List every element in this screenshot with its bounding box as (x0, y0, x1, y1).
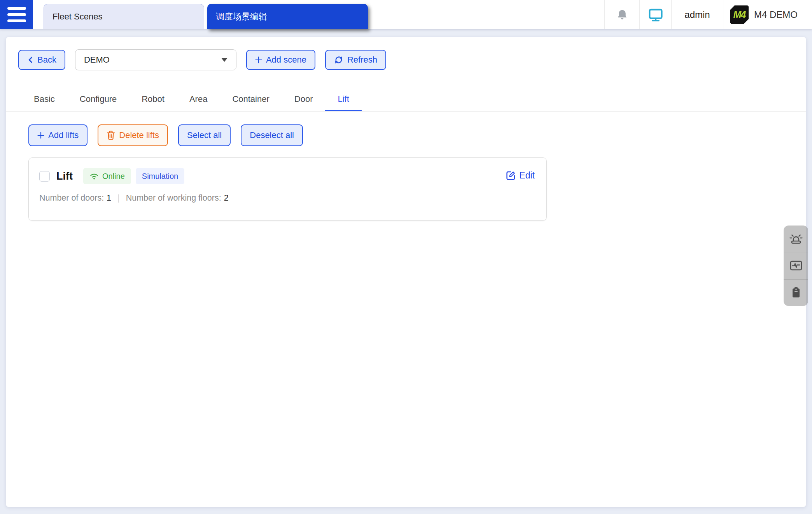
side-floating-toolbar (784, 226, 808, 306)
edit-label: Edit (519, 170, 535, 181)
edit-lift-button[interactable]: Edit (506, 170, 535, 181)
monitor-icon (648, 7, 663, 22)
chevron-left-icon (27, 56, 33, 63)
floors-value: 2 (224, 193, 229, 203)
tab-area[interactable]: Area (177, 88, 220, 111)
scene-nav-tabs: Basic Configure Robot Area Container Doo… (6, 88, 806, 112)
tab-door[interactable]: Door (282, 88, 326, 111)
edit-icon (506, 171, 516, 180)
select-all-button[interactable]: Select all (178, 124, 231, 146)
scene-select-value: DEMO (84, 55, 110, 65)
scene-select-dropdown[interactable]: DEMO (75, 49, 236, 70)
task-list-button[interactable] (784, 279, 808, 306)
tab-lift[interactable]: Lift (325, 88, 361, 111)
refresh-icon (334, 55, 343, 65)
caret-down-icon (221, 58, 228, 62)
add-scene-label: Add scene (266, 55, 306, 65)
lift-item-card: Lift Online Simulation Edit (28, 157, 547, 221)
username: admin (684, 9, 710, 20)
top-bar: Fleet Scenes 调度场景编辑 admin M4 M4 DEMO (0, 0, 812, 29)
lift-info-row: Number of doors: 1 | Number of working f… (39, 193, 535, 203)
refresh-button[interactable]: Refresh (325, 50, 386, 70)
delete-lifts-label: Delete lifts (119, 130, 159, 140)
hamburger-icon (7, 7, 26, 10)
trash-icon (107, 131, 115, 140)
doors-value: 1 (107, 193, 111, 203)
tab-configure[interactable]: Configure (67, 88, 129, 111)
back-button[interactable]: Back (18, 50, 65, 70)
plus-icon (37, 132, 44, 139)
notifications-button[interactable] (604, 0, 639, 29)
m4-logo-icon: M4 (730, 5, 749, 24)
tab-fleet-scenes[interactable]: Fleet Scenes (44, 4, 204, 29)
lift-checkbox[interactable] (39, 171, 50, 182)
lift-card-header: Lift Online Simulation Edit (39, 168, 535, 184)
tab-scene-editor[interactable]: 调度场景编辑 (207, 4, 368, 29)
tab-robot[interactable]: Robot (129, 88, 177, 111)
tab-container[interactable]: Container (220, 88, 282, 111)
select-all-label: Select all (187, 130, 222, 140)
user-menu[interactable]: admin (671, 0, 723, 29)
status-badge-online: Online (83, 168, 131, 184)
floors-label: Number of working floors: (126, 193, 221, 203)
tab-scene-editor-label: 调度场景编辑 (216, 11, 267, 23)
plus-icon (255, 56, 262, 63)
delete-lifts-button[interactable]: Delete lifts (98, 124, 168, 146)
status-badge-label: Online (102, 172, 125, 181)
add-lifts-button[interactable]: Add lifts (28, 124, 88, 146)
brand-name: M4 DEMO (754, 9, 798, 20)
doors-label: Number of doors: (39, 193, 104, 203)
tab-fleet-scenes-label: Fleet Scenes (52, 12, 102, 22)
back-button-label: Back (37, 55, 56, 65)
mode-badge-label: Simulation (142, 172, 178, 181)
monitor-pulse-icon (789, 259, 803, 273)
hamburger-menu-button[interactable] (0, 0, 33, 29)
lift-title: Lift (56, 170, 73, 182)
clipboard-icon (789, 286, 803, 300)
main-content-card: Back DEMO Add scene Refresh Basic Config… (6, 37, 806, 507)
bottom-divider (0, 513, 812, 513)
scene-toolbar: Back DEMO Add scene Refresh (18, 49, 806, 70)
add-lifts-label: Add lifts (48, 130, 79, 140)
deselect-all-label: Deselect all (250, 130, 294, 140)
add-scene-button[interactable]: Add scene (246, 50, 315, 70)
deselect-all-button[interactable]: Deselect all (241, 124, 303, 146)
monitor-view-button[interactable] (639, 0, 671, 29)
topbar-right-cluster: admin M4 M4 DEMO (604, 0, 812, 29)
mode-badge-simulation: Simulation (136, 168, 184, 184)
wifi-icon (89, 173, 99, 180)
alarm-panel-button[interactable] (784, 226, 808, 252)
lift-actions-row: Add lifts Delete lifts Select all Desele… (28, 124, 806, 146)
tab-basic[interactable]: Basic (21, 88, 67, 111)
info-divider: | (117, 193, 120, 203)
refresh-label: Refresh (347, 55, 377, 65)
alarm-beacon-icon (789, 232, 803, 246)
monitor-status-button[interactable] (784, 252, 808, 279)
bell-icon (616, 8, 629, 21)
brand-area[interactable]: M4 M4 DEMO (723, 0, 812, 29)
